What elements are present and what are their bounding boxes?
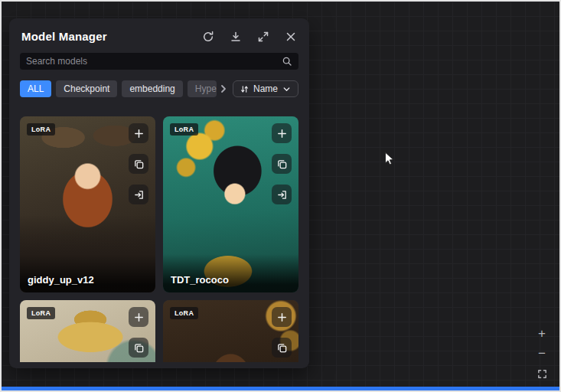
filter-all[interactable]: ALL	[20, 80, 51, 97]
model-card-grid: LoRA giddy_up_v12 LoRA	[20, 116, 298, 362]
card-actions	[272, 123, 292, 204]
fit-view-icon	[537, 368, 548, 380]
copy-icon	[276, 342, 288, 354]
zoom-in-button[interactable]: +	[534, 326, 550, 341]
chevron-down-icon	[282, 84, 292, 94]
close-button[interactable]	[284, 30, 297, 43]
zoom-out-button[interactable]: −	[534, 346, 550, 361]
model-type-badge: LoRA	[27, 307, 55, 319]
filter-hypernetwork[interactable]: Hype	[188, 80, 217, 97]
model-card[interactable]: LoRA	[163, 300, 298, 362]
model-card[interactable]: LoRA	[20, 300, 155, 362]
model-card[interactable]: LoRA giddy_up_v12	[20, 116, 155, 292]
copy-icon	[133, 158, 145, 170]
card-actions	[129, 307, 148, 358]
download-button[interactable]	[229, 30, 242, 43]
plus-icon	[133, 312, 145, 323]
search-bar	[20, 53, 298, 70]
refresh-icon	[202, 31, 214, 43]
model-card[interactable]: LoRA TDT_rococo	[163, 116, 298, 292]
chevron-right-icon[interactable]	[219, 84, 228, 93]
refresh-button[interactable]	[201, 30, 214, 43]
fit-view-button[interactable]	[534, 366, 550, 381]
sort-label: Name	[253, 83, 278, 94]
search-input[interactable]	[26, 56, 282, 67]
copy-model-button[interactable]	[272, 338, 292, 358]
import-icon	[276, 189, 288, 201]
add-model-button[interactable]	[272, 307, 292, 327]
model-type-badge: LoRA	[27, 123, 55, 136]
search-icon	[282, 56, 292, 67]
import-icon	[133, 189, 145, 201]
card-actions	[272, 307, 292, 358]
download-icon	[230, 31, 242, 43]
copy-icon	[276, 158, 288, 170]
add-model-button[interactable]	[129, 123, 148, 143]
model-manager-panel: Model Manager	[9, 18, 309, 368]
add-model-button[interactable]	[272, 123, 292, 143]
model-name: TDT_rococo	[163, 254, 298, 292]
close-icon	[285, 31, 297, 43]
plus-icon	[133, 128, 145, 139]
model-type-badge: LoRA	[170, 307, 198, 319]
mouse-cursor	[384, 152, 395, 170]
plus-icon	[276, 312, 288, 323]
filter-bar: ALL Checkpoint embedding Hype Name	[20, 80, 298, 98]
add-model-button[interactable]	[129, 307, 148, 327]
load-model-button[interactable]	[129, 185, 148, 204]
panel-header: Model Manager	[9, 18, 309, 43]
expand-button[interactable]	[256, 30, 269, 43]
model-name: giddy_up_v12	[20, 254, 155, 292]
page-title: Model Manager	[21, 30, 107, 43]
copy-model-button[interactable]	[129, 154, 148, 174]
copy-model-button[interactable]	[129, 338, 148, 358]
panel-toolbar	[201, 30, 297, 43]
sort-dropdown[interactable]: Name	[233, 80, 298, 97]
card-actions	[129, 123, 148, 204]
app-window: Model Manager	[0, 0, 561, 392]
model-type-badge: LoRA	[170, 123, 198, 136]
window-accent-bar	[2, 387, 559, 390]
expand-icon	[257, 31, 269, 43]
plus-icon	[276, 128, 288, 139]
sort-icon	[240, 84, 250, 94]
filter-checkpoint[interactable]: Checkpoint	[56, 80, 117, 97]
filter-embedding[interactable]: embedding	[122, 80, 182, 97]
canvas-zoom-controls: + −	[534, 326, 550, 381]
copy-model-button[interactable]	[272, 154, 292, 174]
load-model-button[interactable]	[272, 185, 292, 204]
copy-icon	[133, 342, 145, 354]
